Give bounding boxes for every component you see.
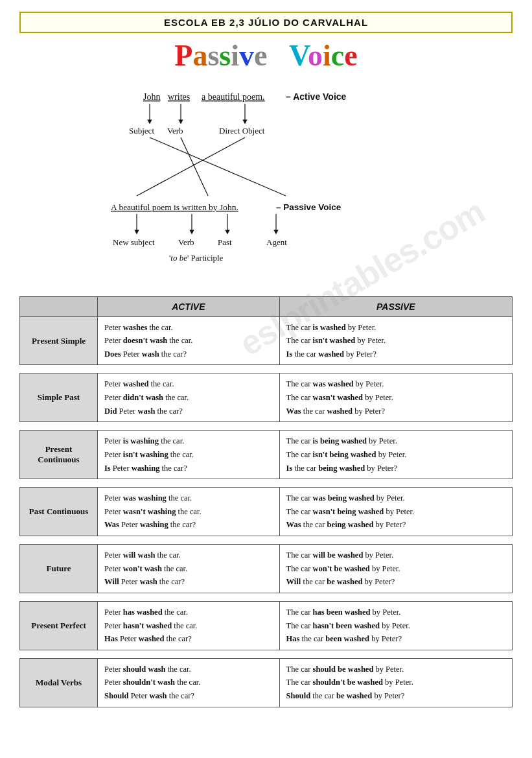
row-active-1: Peter washed the car.Peter didn't wash t…: [98, 373, 280, 422]
col-active-header: ACTIVE: [98, 296, 280, 316]
row-passive-4: The car will be washed by Peter.The car …: [279, 545, 512, 593]
title-e2: e: [344, 39, 357, 72]
table-row: Present SimplePeter washes the car.Peter…: [20, 316, 513, 365]
table-row: Modal VerbsPeter should wash the car.Pet…: [20, 658, 513, 707]
row-label-1: Simple Past: [20, 373, 98, 422]
title-a: a: [192, 39, 207, 72]
svg-text:Direct Object: Direct Object: [219, 126, 265, 136]
svg-text:Subject: Subject: [129, 126, 154, 136]
row-label-6: Modal Verbs: [20, 658, 98, 707]
svg-line-10: [150, 137, 286, 196]
row-label-0: Present Simple: [20, 316, 98, 365]
title-ce: c: [331, 39, 344, 72]
title-e1: e: [254, 39, 267, 72]
spacer-row: [20, 593, 513, 601]
svg-text:– Passive Voice: – Passive Voice: [276, 202, 341, 212]
svg-text:Verb: Verb: [178, 237, 194, 247]
row-active-4: Peter will wash the car.Peter won't wash…: [98, 545, 280, 593]
svg-text:a beautiful poem.: a beautiful poem.: [202, 92, 265, 102]
row-passive-1: The car was washed by Peter.The car wasn…: [279, 373, 512, 422]
title-V: V: [289, 39, 308, 72]
grammar-table: ACTIVE PASSIVE Present SimplePeter washe…: [19, 296, 513, 707]
col-passive-header: PASSIVE: [279, 296, 512, 316]
row-passive-3: The car was being washed by Peter.The ca…: [279, 488, 512, 536]
school-name: ESCOLA EB 2,3 JÚLIO DO CARVALHAL: [164, 17, 368, 28]
svg-text:'to be'  Participle: 'to be' Participle: [169, 253, 224, 263]
row-label-2: Present Continuous: [20, 431, 98, 479]
spacer-row: [20, 365, 513, 373]
row-active-0: Peter washes the car.Peter doesn't wash …: [98, 316, 280, 365]
svg-line-11: [137, 137, 245, 196]
spacer-row: [20, 536, 513, 545]
table-row: Simple PastPeter washed the car.Peter di…: [20, 373, 513, 422]
table-row: Present PerfectPeter has washed the car.…: [20, 601, 513, 650]
svg-text:Verb: Verb: [167, 126, 183, 136]
row-active-3: Peter was washing the car.Peter wasn't w…: [98, 488, 280, 536]
row-label-4: Future: [20, 545, 98, 593]
svg-text:Agent: Agent: [266, 237, 287, 247]
diagram-area: John writes a beautiful poem. – Active V…: [19, 79, 513, 290]
page-wrapper: eslprintables.com ESCOLA EB 2,3 JÚLIO DO…: [19, 12, 513, 707]
row-active-5: Peter has washed the car.Peter hasn't wa…: [98, 601, 280, 650]
spacer-row: [20, 422, 513, 431]
svg-text:writes: writes: [168, 92, 190, 102]
row-label-5: Present Perfect: [20, 601, 98, 650]
table-row: Present ContinuousPeter is washing the c…: [20, 431, 513, 479]
row-passive-5: The car has been washed by Peter.The car…: [279, 601, 512, 650]
row-passive-0: The car is washed by Peter.The car isn't…: [279, 316, 512, 365]
title-s1: s: [207, 39, 219, 72]
school-header: ESCOLA EB 2,3 JÚLIO DO CARVALHAL: [19, 12, 513, 33]
spacer-row: [20, 650, 513, 658]
row-active-6: Peter should wash the car.Peter shouldn'…: [98, 658, 280, 707]
svg-text:Past: Past: [218, 237, 232, 247]
title-s2: s: [219, 39, 231, 72]
row-passive-6: The car should be washed by Peter.The ca…: [279, 658, 512, 707]
title-ic: i: [323, 39, 331, 72]
svg-text:– Active Voice: – Active Voice: [286, 91, 347, 102]
table-row: FuturePeter will wash the car.Peter won'…: [20, 545, 513, 593]
title-v: v: [239, 39, 254, 72]
spacer-row: [20, 479, 513, 488]
row-passive-2: The car is being washed by Peter.The car…: [279, 431, 512, 479]
svg-text:John: John: [143, 92, 160, 102]
title-i: i: [231, 39, 239, 72]
col-empty: [20, 296, 98, 316]
title-p: P: [174, 39, 192, 72]
page-title: Passive Voice: [19, 40, 513, 73]
svg-text:A beautiful poem is written by: A beautiful poem is written by John.: [111, 202, 238, 212]
row-active-2: Peter is washing the car.Peter isn't was…: [98, 431, 280, 479]
diagram-svg: John writes a beautiful poem. – Active V…: [85, 86, 448, 287]
svg-text:New subject: New subject: [113, 237, 155, 247]
table-row: Past ContinuousPeter was washing the car…: [20, 488, 513, 536]
title-o: o: [308, 39, 323, 72]
svg-line-12: [181, 137, 208, 196]
row-label-3: Past Continuous: [20, 488, 98, 536]
